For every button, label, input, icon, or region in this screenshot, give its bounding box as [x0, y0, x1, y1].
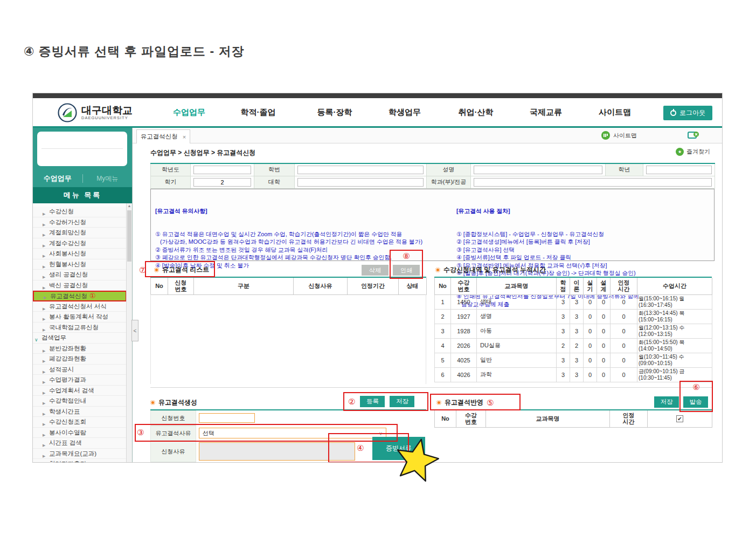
nav-item[interactable]: 학생업무 — [375, 107, 434, 118]
course-cell: 0 — [597, 309, 611, 324]
column-header: 이 론 — [570, 278, 584, 294]
nav-item[interactable]: 수업업무 — [159, 107, 219, 118]
sidebar-menu-item[interactable]: 분반강좌현황 — [33, 344, 127, 354]
course-cell: 0 — [611, 294, 637, 309]
bullet-icon — [435, 268, 440, 272]
window-close-icon[interactable] — [688, 131, 699, 141]
annotation-8: ⑧ — [403, 251, 410, 260]
course-cell: 생태 — [477, 294, 557, 309]
workspace-tab[interactable]: 유고결석신청 × — [136, 129, 190, 143]
sidebar-menu-item[interactable]: 계절희망신청 — [33, 228, 127, 238]
course-cell: 2 — [435, 309, 451, 324]
app-window: 대구대학교 DAEGUUNIVERSITY 수업업무학적·졸업등록·장학학생업무… — [32, 93, 723, 463]
sidebar-menu-item[interactable]: 유고결석신청서 서식 — [33, 301, 127, 312]
scroll-up-icon[interactable]: ▲ — [127, 204, 132, 208]
course-cell: 3 — [435, 324, 451, 338]
column-header: 인정기간 — [348, 278, 399, 294]
course-cell: 1450 — [451, 294, 477, 309]
create-save-button[interactable]: 저장 — [390, 396, 414, 407]
apply-save-button[interactable]: 저장 — [654, 396, 679, 408]
annotation-box-print: ⑧ — [390, 250, 423, 279]
sitemap-link[interactable]: 사이트맵 — [601, 131, 637, 140]
notice-left-title: [유고결석 유의사항] — [155, 207, 452, 215]
sidebar-menu-item[interactable]: 수업평가결과 — [33, 375, 127, 386]
logout-button[interactable]: 로그아웃 — [663, 106, 712, 120]
apply-no-input[interactable] — [199, 413, 255, 423]
course-cell: 0 — [584, 338, 597, 353]
menu-item-label: 교과목개요(교과) — [49, 450, 96, 457]
sidebar-menu-item[interactable]: 수강허가신청 — [33, 217, 127, 228]
register-button[interactable]: 등록 — [360, 396, 385, 407]
sidebar-menu-item[interactable]: 생리 공결신청 — [33, 270, 127, 280]
column-header: 인정 시간 — [611, 278, 637, 294]
menu-item-label: 수강신청 — [49, 208, 74, 215]
annotation-box-create-buttons: ② 등록 저장 — [343, 392, 428, 411]
course-cell: 월(10:30~11:45) 수(09:00~10:15) — [637, 353, 712, 367]
menu-item-label: 수강학점안내 — [49, 397, 86, 404]
nav-item[interactable]: 학적·졸업 — [228, 107, 288, 118]
course-cell: 0 — [611, 338, 637, 353]
notice-right-title: [유고결석 사용 절차] — [456, 207, 711, 215]
column-header: 신청 번호 — [168, 278, 194, 294]
sidebar-menu-item[interactable]: 국내학점교류신청 — [33, 323, 127, 333]
breadcrumb: 수업업무 > 신청업무 > 유고결석신청 — [150, 148, 255, 157]
course-cell: 0 — [597, 338, 611, 353]
sidebar-tab-work[interactable]: 수업업무 — [33, 174, 82, 183]
sidebar-collapse-handle[interactable]: < — [131, 320, 138, 341]
sidebar-menu-item[interactable]: 학생시간표 — [33, 407, 127, 417]
course-cell: 3 — [557, 324, 570, 338]
sidebar-menu-item[interactable]: 시간표 검색 — [33, 438, 127, 449]
nav-item[interactable]: 국제교류 — [516, 107, 575, 118]
course-cell: 3 — [570, 367, 584, 382]
favorite-star-icon: ★ — [676, 148, 684, 156]
course-section-title: 수강신청내역 및 유고결석 누적시간 — [435, 265, 546, 275]
grade-input[interactable] — [646, 166, 712, 174]
course-cell: 1928 — [451, 324, 477, 338]
sidebar-menu-item[interactable]: 수업계획서 검색 — [33, 386, 127, 396]
scroll-thumb[interactable] — [127, 210, 131, 262]
sidebar-menu-item[interactable]: 수강학점안내 — [33, 396, 127, 407]
sidebar-menu-item[interactable]: 헌혈봉사신청 — [33, 259, 127, 270]
semester-input[interactable] — [193, 178, 251, 187]
course-cell: 0 — [611, 324, 637, 338]
sidebar-menu-item[interactable]: 수강신청 — [33, 207, 127, 217]
sidebar-menu-item[interactable]: 유고결석신청① — [33, 291, 127, 301]
semester-label: 학기 — [151, 176, 191, 188]
sidebar-menu-item[interactable]: 사회봉사신청 — [33, 249, 127, 259]
delete-button[interactable]: 삭제 — [362, 265, 389, 276]
menu-item-label: 계절수강신청 — [49, 240, 86, 246]
course-cell: 0 — [584, 294, 597, 309]
sidebar-menu-item[interactable]: 수강신청조회 — [33, 417, 127, 428]
nav-item[interactable]: 등록·장학 — [305, 107, 364, 118]
annotation-2: ② — [348, 397, 355, 406]
course-cell: 3 — [570, 324, 584, 338]
nav-item[interactable]: 취업·산학 — [446, 107, 505, 118]
sidebar-menu-item[interactable]: 성적공시 — [33, 365, 127, 375]
dept-label: 학과(부)/전공 — [427, 176, 471, 188]
college-input[interactable] — [297, 178, 424, 187]
dept-input[interactable] — [474, 178, 712, 187]
sidebar-menu-item[interactable]: 백신 공결신청 — [33, 280, 127, 291]
year-input[interactable] — [193, 166, 251, 174]
sidebar-menu-item[interactable]: 검색업무 — [33, 333, 127, 344]
column-header: 수강 번호 — [456, 410, 486, 427]
menu-item-label: 유고결석신청 — [50, 293, 87, 299]
checkbox-checked[interactable]: ✔ — [676, 415, 683, 422]
favorite-button[interactable]: ★ 즐겨찾기 — [676, 148, 710, 156]
nav-item[interactable]: 사이트맵 — [585, 107, 644, 118]
sidebar-menu-item[interactable]: 취업전자출결 — [33, 459, 127, 462]
sidebar-menu-item[interactable]: 봉사 활동계획서 작성 — [33, 312, 127, 323]
sidebar-menu-item[interactable]: 폐강강좌현황 — [33, 354, 127, 365]
course-section-header: 수강신청내역 및 유고결석 누적시간 — [434, 263, 712, 278]
sidebar-menu-item[interactable]: 교과목개요(교과) — [33, 449, 127, 459]
column-header: 학 점 — [557, 278, 570, 294]
sidebar-menu-item[interactable]: 계절수강신청 — [33, 238, 127, 249]
sidebar-tab-mymenu[interactable]: My메뉴 — [83, 174, 133, 183]
studentno-input[interactable] — [297, 166, 424, 174]
sidebar-menu-item[interactable]: 봉사이수열람 — [33, 428, 127, 438]
course-cell: 4026 — [451, 367, 477, 382]
name-input[interactable] — [474, 166, 602, 174]
tab-close-icon[interactable]: × — [183, 134, 186, 140]
menu-item-label: 수업계획서 검색 — [49, 387, 94, 394]
sidebar: 수업업무 My메뉴 메뉴 목록 수강신청수강허가신청계절희망신청계절수강신청사회… — [33, 128, 133, 462]
